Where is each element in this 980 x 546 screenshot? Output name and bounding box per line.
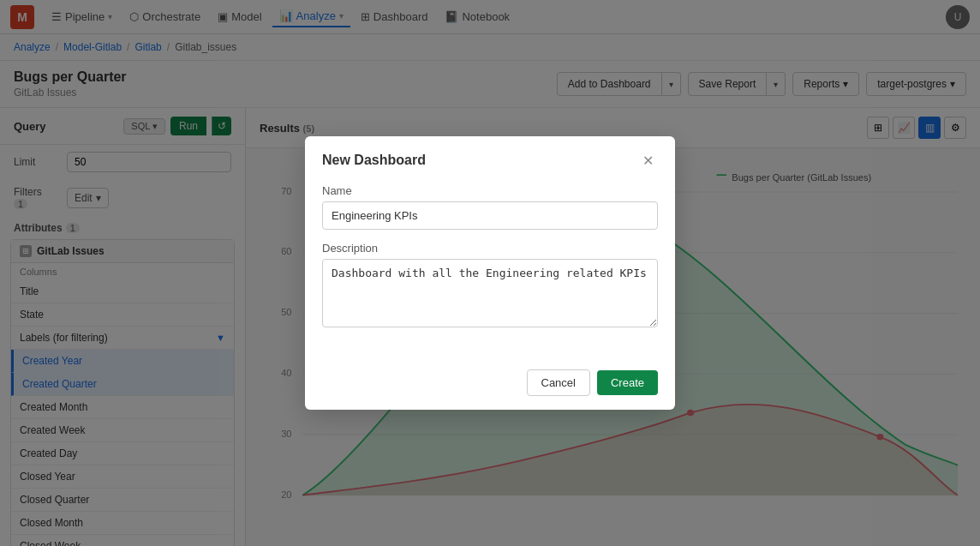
name-form-group: Name [322,184,658,230]
name-input[interactable] [322,201,658,230]
modal-close-button[interactable]: ✕ [637,150,658,171]
description-form-group: Description [322,242,658,330]
modal-footer: Cancel Create [305,359,675,410]
modal-overlay[interactable]: New Dashboard ✕ Name Description Cancel … [0,0,980,546]
description-textarea[interactable] [322,259,658,327]
modal-header: New Dashboard ✕ [305,136,675,181]
create-button[interactable]: Create [597,370,658,395]
new-dashboard-modal: New Dashboard ✕ Name Description Cancel … [305,136,675,410]
cancel-button[interactable]: Cancel [527,369,590,396]
description-label: Description [322,242,658,255]
modal-title: New Dashboard [322,153,426,168]
modal-body: Name Description [305,181,675,359]
name-label: Name [322,184,658,197]
